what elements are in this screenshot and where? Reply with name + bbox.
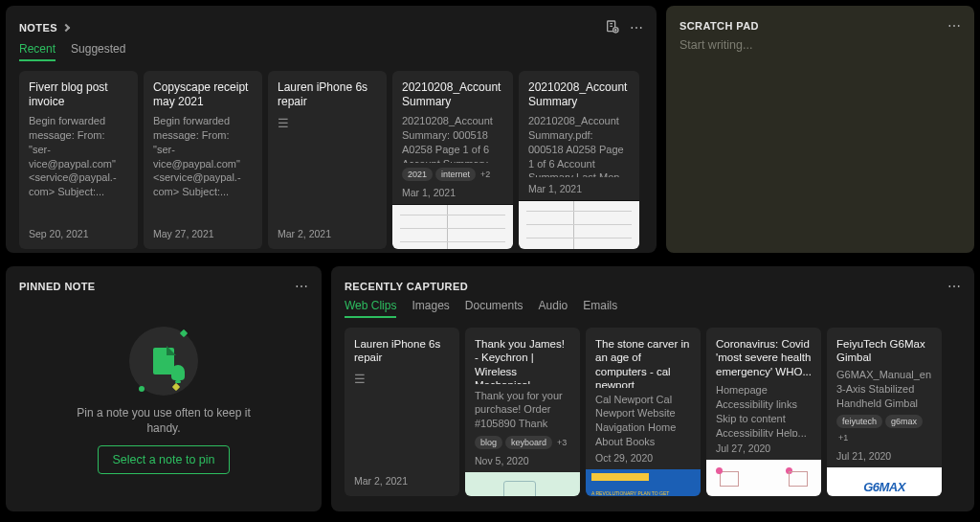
note-card[interactable]: 20210208_Account Summary 20210208_Accoun… (392, 71, 513, 249)
tab-emails[interactable]: Emails (583, 299, 617, 318)
webclip-thumbnail: G6MAX (827, 467, 942, 496)
scratch-input[interactable]: Start writing... (679, 38, 961, 52)
pinned-help-text: Pin a note you use often to keep it hand… (68, 405, 259, 436)
note-tags: feiyutech g6max +1 (836, 415, 932, 444)
pinned-header: PINNED NOTE ⋯ (19, 280, 308, 293)
note-card[interactable]: 20210208_Account Summary 20210208_Accoun… (519, 71, 639, 249)
note-title: 20210208_Account Summary (528, 80, 630, 109)
tab-web-clips[interactable]: Web Clips (345, 299, 396, 318)
pinned-title-label: PINNED NOTE (19, 281, 96, 292)
note-date: Nov 5, 2020 (475, 455, 570, 466)
more-options-icon[interactable]: ⋯ (295, 280, 308, 293)
attachment-icon: ☰ (354, 372, 450, 386)
webclip-thumbnail (586, 469, 701, 496)
tab-documents[interactable]: Documents (465, 299, 523, 318)
note-title: Thank you James! - Keychron | Wireless M… (475, 337, 570, 384)
scratch-title-label: SCRATCH PAD (679, 20, 759, 32)
tag-overflow[interactable]: +2 (479, 168, 492, 181)
tag-chip[interactable]: blog (475, 436, 502, 449)
notes-title-label: NOTES (19, 22, 57, 34)
tab-suggested[interactable]: Suggested (71, 42, 125, 61)
note-snippet: Begin forwarded message: From: "ser-vice… (29, 114, 128, 199)
scratch-header: SCRATCH PAD ⋯ (679, 19, 961, 33)
webclip-thumbnail (465, 472, 580, 496)
more-options-icon[interactable]: ⋯ (630, 21, 643, 34)
more-options-icon[interactable]: ⋯ (947, 19, 961, 33)
note-date: May 27, 2021 (153, 228, 253, 239)
note-date: Sep 20, 2021 (29, 228, 128, 239)
note-date: Jul 21, 2020 (836, 450, 932, 462)
scratch-pad-panel: SCRATCH PAD ⋯ Start writing... (666, 6, 974, 253)
note-snippet: 20210208_Account Summary: 000518 A0258 P… (402, 114, 503, 163)
note-date: Oct 29, 2020 (595, 452, 691, 464)
note-snippet: Cal Newport Cal Newport Website Navigati… (595, 393, 691, 446)
note-snippet: G6MAX_Manual_en.pdf: 3-Axis Stabilized H… (836, 368, 932, 410)
note-title: The stone carver in an age of computers … (595, 337, 691, 388)
tab-recent[interactable]: Recent (19, 42, 56, 61)
recent-card[interactable]: FeiyuTech G6Max Gimbal G6MAX_Manual_en.p… (827, 328, 942, 496)
note-title: Fiverr blog post invoice (29, 80, 128, 109)
webclip-thumbnail (706, 460, 821, 496)
note-title: Lauren iPhone 6s repair (278, 80, 377, 109)
notes-panel: NOTES ⋯ Recent Suggested Fiverr blog pos… (6, 6, 657, 253)
note-tags: 2021 internet +2 (402, 168, 503, 181)
note-title: 20210208_Account Summary (402, 80, 503, 109)
recent-card[interactable]: Coronavirus: Covid 'most severe health e… (706, 328, 821, 496)
notes-card-list: Fiverr blog post invoice Begin forwarded… (19, 71, 643, 249)
note-date: Mar 1, 2021 (402, 187, 503, 198)
notes-header: NOTES ⋯ (19, 19, 643, 36)
recently-captured-panel: RECENTLY CAPTURED ⋯ Web Clips Images Doc… (331, 266, 974, 511)
note-card[interactable]: Fiverr blog post invoice Begin forwarded… (19, 71, 138, 249)
note-title: Coronavirus: Covid 'most severe health e… (716, 337, 812, 378)
note-title: Copyscape receipt may 2021 (153, 80, 253, 109)
document-thumbnail (519, 200, 639, 249)
tab-audio[interactable]: Audio (539, 299, 568, 318)
more-options-icon[interactable]: ⋯ (947, 280, 961, 293)
recent-card[interactable]: Lauren iPhone 6s repair ☰ Mar 2, 2021 (345, 328, 459, 496)
chevron-right-icon (62, 24, 70, 32)
tag-overflow[interactable]: +3 (555, 436, 568, 449)
notes-tabs: Recent Suggested (19, 42, 643, 61)
note-date: Jul 27, 2020 (716, 443, 812, 454)
new-note-icon[interactable] (605, 19, 620, 36)
recent-title-label: RECENTLY CAPTURED (345, 281, 468, 292)
tag-chip[interactable]: internet (435, 168, 476, 181)
note-date: Mar 2, 2021 (354, 475, 450, 487)
note-title: FeiyuTech G6Max Gimbal (836, 337, 932, 363)
note-title: Lauren iPhone 6s repair (354, 337, 450, 365)
tag-chip[interactable]: 2021 (402, 168, 433, 181)
tag-chip[interactable]: keyboard (505, 436, 552, 449)
attachment-icon: ☰ (278, 116, 377, 130)
note-date: Mar 1, 2021 (528, 183, 630, 194)
pinned-note-panel: PINNED NOTE ⋯ Pin a note you use often t… (6, 266, 322, 511)
pin-illustration-icon (129, 327, 198, 396)
note-card[interactable]: Lauren iPhone 6s repair ☰ Mar 2, 2021 (268, 71, 387, 249)
select-note-to-pin-button[interactable]: Select a note to pin (98, 445, 229, 474)
note-snippet: 20210208_Account Summary.pdf: 000518 A02… (528, 114, 630, 177)
note-snippet: Homepage Accessibility links Skip to con… (716, 383, 812, 437)
note-snippet: Thank you for your purchase! Order #1058… (475, 389, 570, 431)
note-tags: blog keyboard +3 (475, 436, 570, 449)
tab-images[interactable]: Images (412, 299, 449, 318)
note-date: Mar 2, 2021 (278, 228, 377, 239)
tag-chip[interactable]: g6max (885, 415, 923, 428)
recent-card[interactable]: Thank you James! - Keychron | Wireless M… (465, 328, 580, 496)
tag-chip[interactable]: feiyutech (836, 415, 882, 428)
recent-header: RECENTLY CAPTURED ⋯ (345, 280, 961, 293)
notes-title-group[interactable]: NOTES (19, 22, 69, 34)
recent-card-list: Lauren iPhone 6s repair ☰ Mar 2, 2021 Th… (345, 328, 961, 496)
document-thumbnail (392, 204, 513, 249)
recent-tabs: Web Clips Images Documents Audio Emails (345, 299, 961, 318)
note-card[interactable]: Copyscape receipt may 2021 Begin forward… (144, 71, 262, 249)
pinned-body: Pin a note you use often to keep it hand… (19, 299, 308, 502)
tag-overflow[interactable]: +1 (836, 431, 850, 444)
note-snippet: Begin forwarded message: From: "ser-vice… (153, 114, 253, 199)
recent-card[interactable]: The stone carver in an age of computers … (586, 328, 701, 496)
